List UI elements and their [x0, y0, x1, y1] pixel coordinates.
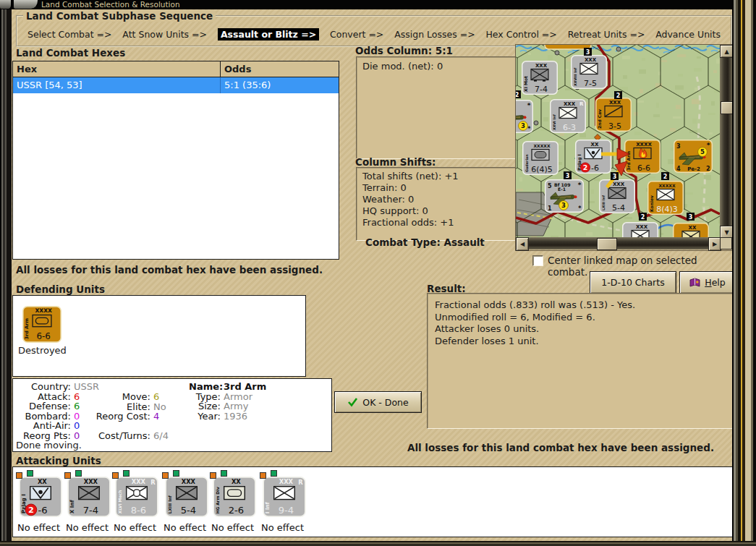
- sequence-step-retreat-units[interactable]: Retreat Units =>: [568, 29, 645, 40]
- result-line: Fractional odds (.833) roll was (.513) -…: [435, 299, 742, 312]
- title-bar[interactable]: Land Combat Selection & Resolution: [0, 0, 756, 9]
- stat-value: 0: [74, 421, 80, 431]
- hexside-strength-badge: 3: [584, 48, 592, 56]
- air-unit-counter-bf-109[interactable]: 5Bf 109E-1*31*: [545, 180, 584, 213]
- hex-list[interactable]: Hex Odds USSR [54, 53]5:1 (35:6): [12, 61, 339, 260]
- air-unit-counter-pe-2[interactable]: 3*54Pe-22: [674, 140, 713, 173]
- svg-text:E-1: E-1: [558, 187, 566, 192]
- map-hscrollbar[interactable]: ◀ ▶: [516, 237, 720, 249]
- losses-message-top: All losses for this land combat hex have…: [16, 264, 323, 276]
- svg-text:2-6: 2-6: [229, 505, 244, 516]
- vscroll-thumb[interactable]: [721, 101, 733, 114]
- unit-counter-pzjag-i[interactable]: PzJag IXX2-6: [19, 477, 62, 517]
- sequence-step-assault-or-blitz[interactable]: Assault or Blitz =>: [218, 28, 319, 40]
- attacking-unit-slot[interactable]: X InfXXX7-4No effect: [67, 477, 112, 520]
- defending-units-panel[interactable]: 3rd ArmXXXX6-6Destroyed: [12, 295, 306, 377]
- unit-counter-lxiii-inf[interactable]: LXIII InfXXX5-4: [165, 477, 208, 517]
- hex-column-header[interactable]: Hex: [13, 61, 221, 77]
- svg-text:3-5: 3-5: [608, 121, 621, 131]
- svg-text:3: 3: [561, 202, 566, 209]
- sequence-step-advance-units[interactable]: Advance Units: [655, 29, 721, 40]
- svg-text:Guderian: Guderian: [525, 154, 529, 172]
- window-corner-ornament: [0, 0, 12, 9]
- column-shifts-panel: Total shifts (net): +1Terrain: 0Weather:…: [356, 167, 529, 241]
- svg-text:XXVI Inf: XXVI Inf: [553, 114, 556, 130]
- svg-text:3: 3: [566, 173, 570, 179]
- unit-counter-koniev[interactable]: KonievXXXXX8(4)3: [648, 182, 684, 215]
- map-canvas[interactable]: XI MotXXX7-4XXVIII InfXXX7-5XXVI InfXXXR…: [516, 45, 720, 237]
- svg-text:6-6: 6-6: [36, 331, 50, 341]
- unit-counter-x-inf[interactable]: X InfXXX7-4: [67, 477, 111, 517]
- stat-value: 3rd Arm: [224, 382, 266, 392]
- attacking-unit-slot[interactable]: XLVI MechXXXR8-6No effect: [115, 477, 160, 520]
- attacking-unit-slot[interactable]: HG Arm DivXX2-6No effect: [213, 477, 258, 520]
- stat-label: Cost/Turns:: [85, 431, 150, 441]
- unit-counter-i-inf[interactable]: I InfXXXR9-4: [263, 477, 306, 517]
- unit-counter-guderian[interactable]: GuderianXXXXX6(4)5: [523, 142, 558, 175]
- center-map-checkbox[interactable]: [532, 255, 543, 266]
- unit-counter-hg-arm-div[interactable]: HG Arm DivXX2-6: [213, 477, 256, 517]
- odds-line: Die mod. (net): 0: [362, 61, 522, 72]
- svg-text:2: 2: [641, 214, 645, 221]
- unit-counter-xlvi-mech[interactable]: XLVI MechXXXR8-6: [115, 477, 158, 517]
- map-preview[interactable]: XI MotXXX7-4XXVIII InfXXX7-5XXVI InfXXXR…: [516, 45, 732, 250]
- odds-column-header[interactable]: Odds: [221, 61, 339, 77]
- subphase-steps: Select Combat =>Att Snow Units =>Assault…: [22, 25, 726, 43]
- stat-row: Type:Armor: [189, 392, 266, 402]
- hscroll-thumb[interactable]: [597, 238, 617, 250]
- attack-marker-orange: [16, 472, 22, 479]
- stat-row: Year:1936: [189, 411, 266, 422]
- svg-text:R: R: [150, 479, 156, 486]
- unit-counter-inf[interactable]: InfXX: [674, 223, 709, 237]
- svg-text:XI Mot: XI Mot: [523, 76, 528, 92]
- svg-text:7-4: 7-4: [535, 85, 548, 94]
- unit-counter-xi-mot[interactable]: XI MotXXX7-4: [522, 61, 558, 95]
- unit-counter-3rd-arm[interactable]: 3rd ArmXXXX6-6: [625, 140, 661, 174]
- svg-text:8(4)3: 8(4)3: [656, 205, 678, 214]
- unit-counter-3rd-arm[interactable]: 3rd ArmXXXX6-6: [22, 306, 61, 343]
- stat-row: Name:3rd Arm: [189, 382, 266, 392]
- window-frame-right: [732, 0, 756, 546]
- ok-done-button[interactable]: OK - Done: [334, 391, 422, 413]
- checkmark-icon: [347, 397, 358, 407]
- svg-text:XXX: XXX: [585, 57, 597, 63]
- svg-text:8-6: 8-6: [131, 505, 146, 516]
- svg-text:XXX: XXX: [564, 101, 576, 107]
- map-vscrollbar[interactable]: ▲ ▼: [720, 45, 732, 237]
- unit-counter-2nd-cav[interactable]: 2nd CavXXX3-5: [596, 98, 632, 132]
- hex-row[interactable]: USSR [54, 53]5:1 (35:6): [13, 77, 339, 93]
- sequence-step-att-snow-units[interactable]: Att Snow Units =>: [122, 29, 207, 40]
- sequence-step-hex-control[interactable]: Hex Control =>: [485, 29, 556, 40]
- attacking-unit-slot[interactable]: PzJag IXX2-6No effect: [19, 477, 64, 520]
- charts-button-label: 1-D-10 Charts: [601, 277, 664, 288]
- attack-marker-green: [221, 470, 227, 477]
- sequence-step-select-combat[interactable]: Select Combat =>: [27, 29, 112, 40]
- defending-unit[interactable]: 3rd ArmXXXX6-6: [22, 306, 61, 346]
- sequence-step-assign-losses[interactable]: Assign Losses =>: [394, 29, 475, 40]
- unit-counter-lxiii-inf[interactable]: LXIII InfXXX5-4: [600, 180, 635, 213]
- svg-text:XXXX: XXXX: [636, 142, 652, 148]
- sequence-step-convert[interactable]: Convert =>: [330, 29, 383, 40]
- attack-marker-orange: [162, 472, 169, 479]
- attacking-unit-slot[interactable]: I InfXXXR9-4No effect: [263, 477, 307, 520]
- charts-button[interactable]: 1-D-10 Charts: [590, 271, 676, 294]
- attack-marker-green: [271, 470, 277, 477]
- attacking-units-panel[interactable]: PzJag IXX2-6No effectX InfXXX7-4No effec…: [12, 466, 734, 537]
- unit-counter-xxvi-inf[interactable]: XXVI InfXXXR6-3: [551, 100, 586, 133]
- unit-counter-pzjag-i[interactable]: PzJag IXX2-6: [576, 140, 611, 174]
- help-button[interactable]: Help: [679, 271, 735, 294]
- svg-text:3: 3: [676, 143, 681, 150]
- shift-line: HQ support: 0: [362, 205, 522, 217]
- unit-counter-xxviii-inf[interactable]: XXVIII InfXXX7-5: [572, 56, 607, 89]
- svg-text:2nd Cav: 2nd Cav: [597, 109, 602, 129]
- svg-text:7-5: 7-5: [584, 79, 597, 88]
- game-window: Land Combat Selection & Resolution Land …: [0, 0, 756, 546]
- svg-text:2: 2: [28, 506, 34, 515]
- scroll-left-button[interactable]: ◀: [516, 237, 529, 251]
- svg-text:6(4)5: 6(4)5: [531, 165, 553, 174]
- air-unit-counter-109[interactable]: 109*3*: [516, 101, 532, 133]
- svg-text:2: 2: [663, 174, 668, 180]
- attacking-unit-slot[interactable]: LXIII InfXXX5-4No effect: [165, 477, 210, 520]
- stat-value: 6: [74, 401, 80, 411]
- unit-counter-inf[interactable]: InfXXX: [623, 223, 658, 237]
